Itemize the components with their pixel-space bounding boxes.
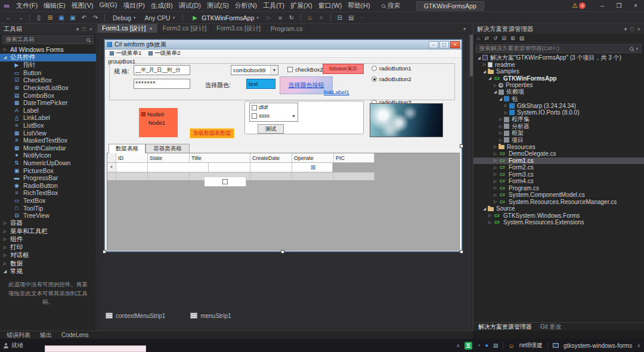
- grid-cell-Operate[interactable]: [250, 163, 292, 172]
- grid-column-header-ID[interactable]: ID: [116, 153, 148, 163]
- open-file-icon[interactable]: ⊞: [46, 14, 54, 21]
- menu-item-6[interactable]: 调试(D): [176, 1, 204, 10]
- menu-item-7[interactable]: 测试(S): [204, 1, 232, 10]
- toolbox-section-常规[interactable]: ◢常规: [0, 267, 96, 276]
- chevron-collapsed-icon[interactable]: ▷: [493, 186, 498, 190]
- comment-icon[interactable]: ▤: [347, 14, 355, 21]
- tree-item-Program.cs[interactable]: ▷C#Program.cs: [473, 185, 644, 192]
- forward-icon[interactable]: →: [16, 14, 24, 21]
- grid-cell-ID[interactable]: [116, 163, 148, 172]
- designed-form[interactable]: C# winform gtk效果 – ▢ × 一级菜单1 一级菜单2: [104, 39, 462, 252]
- notification-warning[interactable]: ⚠ 3: [572, 2, 586, 10]
- grid-column-header-CreateDate[interactable]: CreateDate: [250, 153, 292, 163]
- se-bottom-tab-Git 更改[interactable]: Git 更改: [540, 323, 562, 331]
- tree-item-readme[interactable]: ▷readme: [473, 61, 644, 69]
- tray-icon-2[interactable]: ●: [485, 342, 488, 348]
- panel-tab-错误列表[interactable]: 错误列表: [3, 331, 34, 339]
- monitor-icon[interactable]: [553, 343, 559, 348]
- tray-icon-1[interactable]: ◔: [477, 342, 480, 348]
- collapse-all-icon[interactable]: ⊟: [502, 35, 507, 41]
- close-icon[interactable]: ×: [637, 26, 640, 32]
- chevron-collapsed-icon[interactable]: ▷: [493, 179, 498, 184]
- tray-chevron-icon[interactable]: ∧: [637, 343, 640, 348]
- tree-item-包[interactable]: ◢包: [473, 95, 644, 103]
- toolbox-item-CheckBox[interactable]: ☑CheckBox: [0, 76, 96, 84]
- forms-designer-surface[interactable]: C# winform gtk效果 – ▢ × 一级菜单1 一级菜单2: [97, 33, 473, 331]
- panel-tab-CodeLens[interactable]: CodeLens: [58, 332, 92, 338]
- date-format-textbox[interactable]: __年_月_日__时_分: [134, 65, 190, 75]
- start-debugging-button[interactable]: ▶ GTKWinFormsApp ▾: [188, 14, 262, 21]
- form-menu-item-1[interactable]: 一级菜单1: [107, 50, 144, 57]
- menu-item-5[interactable]: 生成(B): [148, 1, 176, 10]
- tray-app-label[interactable]: gtksystem-windows-forms: [564, 342, 632, 349]
- check-item-ssss[interactable]: ssss ▼: [250, 112, 298, 120]
- menu-item-9[interactable]: 工具(T): [260, 1, 287, 10]
- color-swatch[interactable]: text: [246, 79, 275, 89]
- state-checkbox[interactable]: [222, 179, 228, 184]
- chevron-collapsed-icon[interactable]: ▷: [498, 124, 503, 129]
- menu-item-1[interactable]: 编辑(E): [41, 1, 69, 10]
- load-data-button[interactable]: 加载数据表数据: [190, 128, 234, 138]
- close-button[interactable]: ×: [627, 0, 644, 12]
- grid-cell-Title[interactable]: [148, 163, 209, 172]
- grid-cell-State[interactable]: [205, 177, 246, 187]
- new-row-marker[interactable]: *: [107, 163, 116, 172]
- doc-tab-Form1.cs [设计][interactable]: Form1.cs [设计]×: [97, 24, 158, 33]
- properties-icon[interactable]: ▤: [519, 35, 525, 41]
- resize-handle-bottom-right[interactable]: [460, 250, 463, 254]
- switch-views-icon[interactable]: ⇄: [484, 35, 489, 41]
- chevron-collapsed-icon[interactable]: ▷: [498, 138, 503, 143]
- checkbox-box[interactable]: [252, 105, 257, 110]
- checkbox2[interactable]: checkBox2: [287, 66, 323, 73]
- toolbox-section-菜单和工具栏[interactable]: ▷菜单和工具栏: [0, 227, 96, 236]
- toolbox-item-TextBox[interactable]: ▭TextBox: [0, 197, 96, 205]
- checkbox-box[interactable]: [287, 67, 293, 72]
- back-icon[interactable]: ←: [5, 14, 13, 21]
- chevron-expanded-icon[interactable]: ◢: [482, 206, 487, 211]
- toolbox-item-TreeView[interactable]: ⊟TreeView: [0, 212, 96, 220]
- chevron-collapsed-icon[interactable]: ▷: [493, 172, 498, 177]
- tree-item-Form4.cs[interactable]: ▷C#Form4.cs: [473, 178, 644, 185]
- tree-item-System.ComponentModel.cs[interactable]: ▷C#System.ComponentModel.cs: [473, 192, 644, 199]
- find-icon[interactable]: ⊟: [336, 14, 344, 21]
- toolbox-section-组件[interactable]: ▷组件: [0, 235, 96, 243]
- toolbox-section-容器[interactable]: ▷容器: [0, 219, 96, 227]
- solution-search-input[interactable]: 搜索解决方案资源管理器(Ctrl+;) ▾: [476, 44, 642, 53]
- step-icon[interactable]: ≡: [317, 14, 326, 21]
- tray-item-contextMenuStrip1[interactable]: contextMenuStrip1: [106, 313, 165, 319]
- chevron-collapsed-icon[interactable]: ▷: [493, 193, 498, 197]
- grid-column-header-State[interactable]: State: [148, 153, 190, 163]
- form-maximize-button[interactable]: ▢: [439, 41, 449, 48]
- radio-circle[interactable]: [371, 66, 377, 71]
- chevron-expanded-icon[interactable]: ◢: [487, 76, 493, 81]
- panel-tab-输出[interactable]: 输出: [36, 331, 55, 339]
- pin-icon[interactable]: □: [630, 26, 633, 32]
- form-minimize-button[interactable]: –: [429, 41, 438, 48]
- restore-button[interactable]: ❐: [611, 0, 627, 12]
- chevron-down-icon[interactable]: ▾: [76, 26, 79, 32]
- tree-item-GTKSystem.Windows.Forms[interactable]: ▷C#GTKSystem.Windows.Forms: [473, 212, 644, 220]
- tray-expand-icon[interactable]: ∧: [456, 343, 460, 348]
- resize-handle-bottom-left[interactable]: [103, 250, 106, 254]
- chevron-down-icon[interactable]: ▾: [624, 26, 627, 32]
- grid-column-header-PIC[interactable]: PIC: [334, 153, 374, 163]
- chevron-collapsed-icon[interactable]: ▷: [487, 213, 493, 218]
- more-tools-icon[interactable]: ⋯: [358, 14, 367, 21]
- smiley-icon[interactable]: ☺: [508, 342, 514, 349]
- save-all-icon[interactable]: ▣: [69, 14, 77, 21]
- tree-item-项目[interactable]: ▷项目: [473, 137, 644, 144]
- toolbox-item-ProgressBar[interactable]: ▬ProgressBar: [0, 174, 96, 182]
- toolbox-section-公共控件[interactable]: ◢公共控件: [0, 54, 96, 62]
- chevron-expanded-icon[interactable]: ◢: [498, 97, 503, 101]
- toolbox-item-ComboBox[interactable]: ▤ComboBox: [0, 91, 96, 99]
- tree-item-GtkSharp (3.24.24.34)[interactable]: ▷GtkSharp (3.24.24.34): [473, 103, 644, 110]
- grid-cell-PIC[interactable]: ⊠: [292, 163, 333, 172]
- tree-item-DemoDelegate.cs[interactable]: ▷C#DemoDelegate.cs: [473, 150, 644, 158]
- tree-item-System.IO.Ports (8.0.0)[interactable]: ▷System.IO.Ports (8.0.0): [473, 109, 644, 116]
- chevron-collapsed-icon[interactable]: ▷: [493, 199, 498, 204]
- close-icon[interactable]: ×: [150, 26, 153, 32]
- chevron-collapsed-icon[interactable]: ▷: [493, 83, 498, 88]
- home-icon[interactable]: ⌂: [477, 35, 480, 41]
- toolbox-section-对话框[interactable]: ▷对话框: [0, 251, 96, 260]
- chevron-collapsed-icon[interactable]: ▷: [498, 131, 503, 135]
